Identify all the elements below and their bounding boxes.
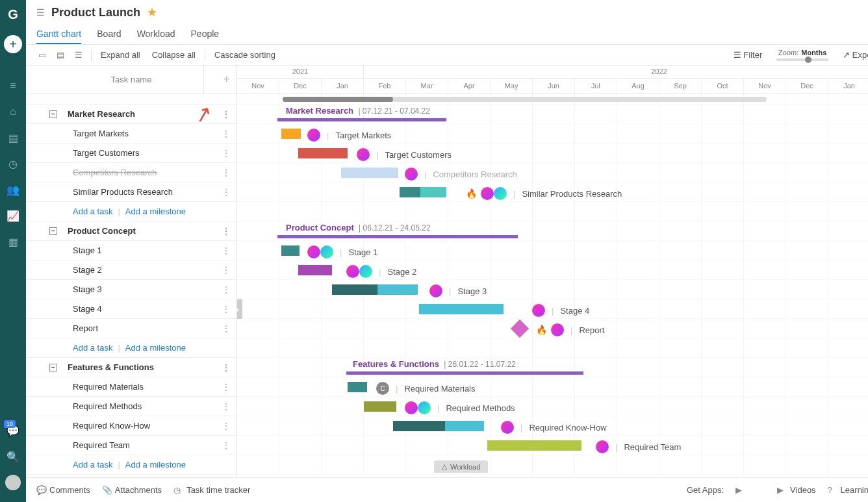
tab-workload[interactable]: Workload [137, 25, 175, 44]
task-name[interactable]: Competitors Research [31, 168, 221, 177]
month-apr[interactable]: Apr [448, 79, 491, 94]
task-bar[interactable] [341, 168, 398, 178]
group-name[interactable]: Market Research [62, 109, 221, 119]
month-nov[interactable]: Nov [237, 79, 279, 94]
month-nov[interactable]: Nov [744, 79, 786, 94]
videos-button[interactable]: ▶Videos [777, 485, 816, 495]
add-milestone-link[interactable]: Add a milestone [125, 460, 186, 470]
row-menu-icon[interactable]: ⋮ [221, 187, 231, 197]
tab-board[interactable]: Board [97, 25, 121, 44]
list-icon[interactable]: ▤ [0, 125, 26, 151]
task-name[interactable]: Required Team [31, 440, 221, 450]
collapse-toggle[interactable]: − [49, 110, 57, 118]
add-task-link[interactable]: Add a task [73, 343, 112, 353]
row-menu-icon[interactable]: ⋮ [221, 362, 231, 373]
collapse-toggle[interactable]: − [49, 227, 57, 235]
tab-gantt-chart[interactable]: Gantt chart [36, 25, 81, 44]
notifications-icon[interactable]: 💬10 [0, 418, 26, 444]
task-name[interactable]: Required Know-How [31, 421, 221, 431]
favorite-star-icon[interactable]: ★ [147, 5, 157, 19]
month-dec[interactable]: Dec [279, 79, 322, 94]
month-feb[interactable]: Feb [364, 79, 406, 94]
month-mar[interactable]: Mar [406, 79, 448, 94]
add-milestone-link[interactable]: Add a milestone [125, 207, 186, 216]
task-bar[interactable] [364, 401, 396, 412]
month-jan[interactable]: Jan [322, 79, 364, 94]
learning-center-button[interactable]: ?Learning center [828, 485, 868, 495]
row-menu-icon[interactable]: ⋮ [221, 284, 231, 295]
task-bar[interactable] [419, 304, 504, 314]
cascade-sorting-button[interactable]: Cascade sorting [212, 49, 278, 61]
add-task-link[interactable]: Add a task [73, 207, 112, 216]
group-bar[interactable] [277, 235, 518, 238]
tab-people[interactable]: People [191, 25, 220, 44]
zoom-control[interactable]: Zoom: Months [776, 49, 828, 61]
month-aug[interactable]: Aug [617, 79, 659, 94]
group-name[interactable]: Product Concept [62, 226, 221, 236]
task-bar[interactable] [298, 265, 332, 275]
filter-button[interactable]: ☰ Filter [731, 49, 765, 61]
collapse-toggle[interactable]: − [49, 364, 57, 371]
view-compact-icon[interactable]: ▭ [36, 50, 48, 60]
row-menu-icon[interactable]: ⋮ [221, 129, 231, 139]
chart-icon[interactable]: 📈 [0, 203, 26, 229]
row-menu-icon[interactable]: ⋮ [221, 109, 231, 119]
export-button[interactable]: ↗ Export [840, 49, 868, 61]
month-jul[interactable]: Jul [575, 79, 617, 94]
workload-toggle[interactable]: △ Workload [434, 460, 488, 473]
task-bar[interactable] [281, 129, 301, 139]
task-bar[interactable] [281, 245, 300, 256]
task-bar[interactable] [298, 148, 348, 158]
googleplay-icon[interactable]: ▶ [735, 485, 745, 495]
month-may[interactable]: May [491, 79, 533, 94]
month-sep[interactable]: Sep [659, 79, 702, 94]
add-column-button[interactable]: + [223, 73, 230, 86]
row-menu-icon[interactable]: ⋮ [221, 168, 231, 178]
add-button[interactable]: + [4, 35, 22, 53]
task-name[interactable]: Target Markets [31, 129, 221, 138]
month-jun[interactable]: Jun [533, 79, 575, 94]
task-name[interactable]: Stage 3 [31, 284, 221, 294]
month-dec[interactable]: Dec [786, 79, 828, 94]
group-name[interactable]: Features & Functions [62, 362, 221, 372]
row-menu-icon[interactable]: ⋮ [221, 440, 231, 451]
timeline-scrollbar[interactable] [283, 97, 767, 102]
row-menu-icon[interactable]: ⋮ [221, 265, 231, 275]
row-menu-icon[interactable]: ⋮ [221, 226, 231, 236]
view-list-icon[interactable]: ▤ [55, 50, 66, 60]
row-menu-icon[interactable]: ⋮ [221, 148, 231, 158]
home-icon[interactable]: ⌂ [0, 99, 26, 125]
add-task-link[interactable]: Add a task [73, 460, 112, 470]
task-bar[interactable] [400, 187, 446, 197]
task-name[interactable]: Required Materials [31, 382, 221, 392]
task-name[interactable]: Stage 2 [31, 265, 221, 275]
add-milestone-link[interactable]: Add a milestone [125, 343, 186, 353]
task-bar[interactable] [487, 440, 581, 451]
row-menu-icon[interactable]: ⋮ [221, 245, 231, 256]
group-bar[interactable] [277, 118, 446, 121]
task-name[interactable]: Report [31, 323, 221, 333]
attachments-button[interactable]: 📎Attachments [102, 485, 162, 495]
row-menu-icon[interactable]: ⋮ [221, 304, 231, 314]
apps-icon[interactable]: ▦ [0, 229, 26, 255]
task-name[interactable]: Stage 4 [31, 304, 221, 314]
row-menu-icon[interactable]: ⋮ [221, 323, 231, 334]
menu-icon[interactable]: ≡ [0, 73, 26, 99]
month-oct[interactable]: Oct [702, 79, 744, 94]
comments-button[interactable]: 💬Comments [36, 485, 90, 495]
time-tracker-button[interactable]: ◷Task time tracker [173, 485, 250, 495]
task-bar[interactable] [332, 284, 418, 295]
clock-icon[interactable]: ◷ [0, 151, 26, 177]
task-name[interactable]: Required Methods [31, 401, 221, 411]
month-jan[interactable]: Jan [828, 79, 868, 94]
search-icon[interactable]: 🔍 [0, 444, 26, 470]
panel-collapse-handle[interactable]: ◂ [237, 299, 242, 319]
row-menu-icon[interactable]: ⋮ [221, 421, 231, 431]
user-avatar[interactable] [5, 475, 21, 490]
group-bar[interactable] [346, 371, 583, 375]
row-menu-icon[interactable]: ⋮ [221, 401, 231, 412]
expand-all-button[interactable]: Expand all [98, 49, 143, 61]
task-name[interactable]: Stage 1 [31, 245, 221, 255]
task-name[interactable]: Similar Products Research [31, 187, 221, 197]
task-name[interactable]: Target Customers [31, 148, 221, 158]
